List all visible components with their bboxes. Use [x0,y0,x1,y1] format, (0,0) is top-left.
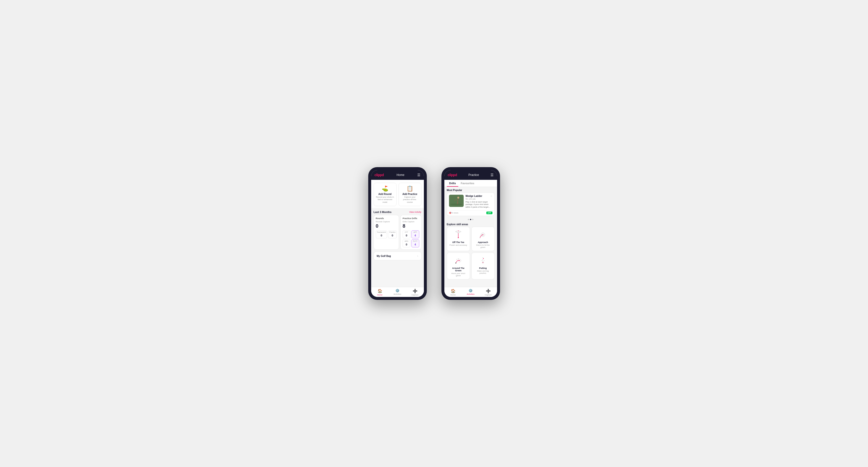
practice-label: Practice [389,231,395,233]
menu-icon-2[interactable]: ☰ [491,173,494,177]
nav-activities-2[interactable]: ⚙️ Activities [462,289,479,296]
svg-line-14 [458,232,461,233]
approach-icon [477,229,488,240]
nav-capture-2[interactable]: ➕ Capture [479,289,497,296]
skill-off-the-tee[interactable]: Off The Tee Power and accuracy [447,227,470,251]
drill-description: Play 1 shot at each target yardage. If y… [466,201,492,208]
ott-label: OTT [404,231,409,233]
putting-name: Putting [479,267,487,269]
stats-grid: Rounds Rounds Capture 0 Tournament 0 Pra… [371,215,424,252]
capture-nav-icon-2: ➕ [486,289,491,293]
drill-footer: 🎯 9 shots APP [447,210,494,216]
svg-line-13 [458,231,460,233]
pagination-dots [444,218,497,221]
svg-point-36 [484,260,485,261]
action-cards-row: ⛳ Add Round Record your shots in fast or… [371,180,424,208]
nav-home-2[interactable]: 🏠 Home [444,289,462,296]
app-label: APP [413,231,418,233]
home-nav-label-2: Home [451,294,456,296]
activities-nav-label: Activities [394,293,401,295]
svg-point-16 [457,231,457,231]
app-logo: clippd [375,173,384,177]
svg-point-18 [460,231,460,231]
around-green-desc: Hone your short game [449,272,468,277]
off-the-tee-desc: Power and accuracy [450,244,467,246]
putt-value: 4 [414,243,416,246]
golf-bag-row[interactable]: My Golf Bag › [374,252,422,260]
star-icon[interactable]: ☆ [490,195,492,197]
svg-point-2 [457,197,459,198]
tournament-value: 0 [381,234,382,237]
skill-around-green[interactable]: Around The Green Hone your short game [447,252,470,279]
putting-desc: Make and lag practice [474,270,492,274]
arg-value: 0 [406,243,407,246]
app-header-practice: clippd Practice ☰ [444,170,497,180]
drill-card-inner: Wedge Ladder ☆ 50–100 yds Play 1 shot at… [447,193,494,210]
svg-point-27 [457,259,457,260]
app-header-home: clippd Home ☰ [371,170,424,180]
drills-title: Practice Drills [403,217,419,220]
last-3-months-label: Last 3 Months [374,211,392,214]
svg-point-32 [482,259,483,260]
stats-header: Last 3 Months View Activity [371,208,424,215]
svg-point-31 [483,261,484,261]
drills-top-row: OTT 0 APP 4 [403,230,419,238]
around-green-icon [453,255,464,266]
home-nav-icon-2: 🏠 [451,289,456,293]
svg-point-33 [483,258,484,259]
home-bottom-nav: 🏠 Home ⚙️ Activities ➕ Capture [371,287,424,297]
tab-drills[interactable]: Drills [447,180,459,187]
add-practice-icon: 📋 [407,185,413,192]
golf-bag-chevron: › [417,254,418,258]
drills-card: Practice Drills Drills Capture 8 OTT 0 A… [400,215,422,250]
shots-count: 9 shots [452,212,459,214]
nav-home[interactable]: 🏠 Home [371,289,389,296]
svg-point-8 [458,237,459,238]
menu-icon[interactable]: ☰ [417,173,421,177]
svg-point-28 [458,258,459,259]
arg-label: ARG [404,240,409,242]
practice-value: 0 [392,234,393,237]
practice-title: Practice [468,173,479,177]
home-nav-icon: 🏠 [377,289,382,293]
nav-activities[interactable]: ⚙️ Activities [389,289,406,296]
arg-stat: ARG 0 [403,239,410,247]
dot-1 [468,219,469,220]
nav-capture[interactable]: ➕ Capture [406,289,424,296]
home-title: Home [397,173,404,177]
svg-point-26 [455,262,456,263]
rounds-total: 0 [376,223,397,229]
rounds-capture-label: Rounds Capture [376,221,397,223]
around-green-name: Around The Green [449,267,468,272]
putt-stat: PUTT 4 [411,239,419,247]
view-activity-link[interactable]: View Activity [409,211,422,213]
home-content: ⛳ Add Round Record your shots in fast or… [371,180,424,287]
activities-nav-icon: ⚙️ [395,289,400,292]
drill-thumbnail [449,195,464,207]
app-stat: APP 4 [411,230,419,238]
drill-badge: APP [486,212,492,214]
add-practice-card[interactable]: 📋 Add Practice Capture your practice off… [399,183,422,206]
shots-icon: 🎯 [449,212,452,214]
tab-favourites[interactable]: Favourites [458,180,477,187]
tournament-label: Tournament [377,231,386,233]
shots-info: 🎯 9 shots [449,212,459,214]
activities-nav-icon-2: ⚙️ [468,289,473,292]
svg-point-17 [458,230,459,231]
add-practice-title: Add Practice [402,193,417,195]
svg-point-15 [456,231,456,232]
rounds-title: Rounds [376,217,397,220]
capture-nav-label: Capture [411,294,418,296]
app-logo-2: clippd [448,173,457,177]
add-round-card[interactable]: ⛳ Add Round Record your shots in fast or… [374,183,397,206]
drill-image [449,195,464,207]
wedge-ladder-card[interactable]: Wedge Ladder ☆ 50–100 yds Play 1 shot at… [447,192,495,216]
skill-grid: Off The Tee Power and accuracy [444,227,497,281]
drills-bottom-row: ARG 0 PUTT 4 [403,239,419,247]
add-round-desc: Record your shots in fast or enhanced mo… [376,196,394,204]
drills-total: 8 [403,223,419,229]
approach-name: Approach [478,241,488,244]
skill-approach[interactable]: Approach Dial-in to hit the green [471,227,495,251]
skill-putting[interactable]: Putting Make and lag practice [471,252,495,279]
dot-2 [470,219,471,220]
